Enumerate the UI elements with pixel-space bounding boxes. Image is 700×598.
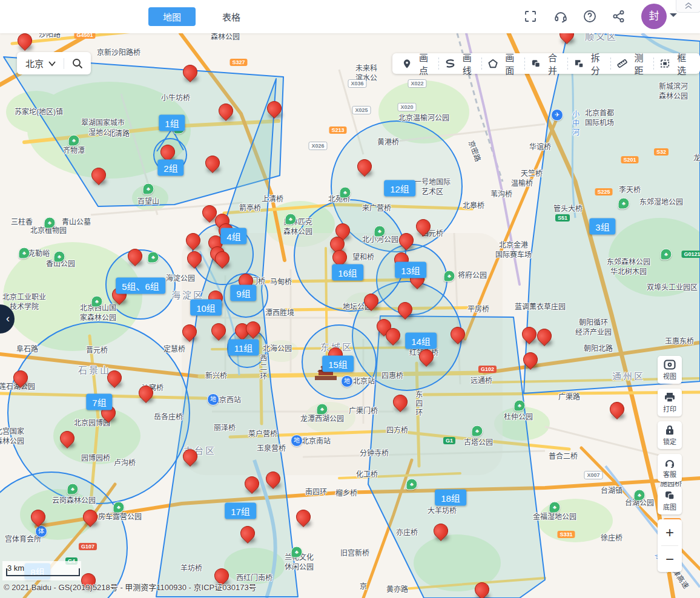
map-place-label: 平房桥 xyxy=(467,305,489,315)
draw-line-label: 画线 xyxy=(458,51,476,76)
support-button[interactable]: 客服 xyxy=(658,454,682,482)
map-place-label: 龙 xyxy=(693,154,700,163)
basemap-button[interactable]: 底图 xyxy=(658,487,682,514)
park-poi-icon: ♣ xyxy=(143,183,154,195)
park-poi-icon: ♣ xyxy=(514,400,526,412)
group-label-chip[interactable]: 16组 xyxy=(332,264,363,281)
map-place-label: 京新沙阳路桥 xyxy=(97,48,140,58)
zoom-in-button[interactable]: + xyxy=(658,519,682,545)
city-selector[interactable]: 北京 xyxy=(17,52,91,74)
group-label-chip[interactable]: 13组 xyxy=(395,262,426,278)
chevron-down-icon[interactable] xyxy=(48,61,56,67)
share-button[interactable] xyxy=(610,8,627,25)
map-place-label: 新兴桥 xyxy=(205,372,227,381)
map-place-label: 阜石路 xyxy=(16,345,38,355)
draw-point-button[interactable]: 画点 xyxy=(396,57,438,70)
split-button[interactable]: 拆分 xyxy=(568,57,610,70)
group-label-chip[interactable]: 1组 xyxy=(159,115,185,131)
split-icon xyxy=(574,59,584,68)
group-label-chip[interactable]: 2组 xyxy=(157,160,183,176)
group-label-chip[interactable]: 12组 xyxy=(384,180,415,197)
box-select-icon xyxy=(660,59,670,68)
tab-table[interactable]: 表格 xyxy=(213,7,249,26)
transit-poi-icon: 体 xyxy=(35,525,47,537)
map-place-label: 克勒峪 xyxy=(28,249,50,259)
map-place-label: 旧宫新桥 xyxy=(340,549,369,559)
collapse-topbar-button[interactable] xyxy=(676,0,700,13)
lock-button[interactable]: 锁定 xyxy=(658,421,682,449)
map-place-label: 徐庄桥 xyxy=(601,534,622,544)
map-place-label: 南四环 xyxy=(305,488,327,498)
scale-bracket xyxy=(6,568,80,576)
group-label-chip[interactable]: 11组 xyxy=(228,340,259,356)
fullscreen-button[interactable] xyxy=(522,8,539,25)
map-place-label: 箭亭桥 xyxy=(239,204,261,214)
group-label-chip[interactable]: 17组 xyxy=(225,503,256,519)
group-label-chip[interactable]: 15组 xyxy=(322,356,354,372)
group-label-chip[interactable]: 7组 xyxy=(86,394,112,410)
zone-circle[interactable] xyxy=(294,200,406,311)
map-place-label: 北京金港 国际赛车场 xyxy=(495,241,532,260)
map-place-label: 广渠门桥 xyxy=(349,407,378,416)
view-button[interactable]: 视图 xyxy=(658,356,682,384)
map-place-label: 黄亦路 xyxy=(386,585,408,595)
map-place-label: 马甸桥 xyxy=(270,278,292,288)
map-place-label: 金福湿地公园 xyxy=(533,513,576,522)
print-button[interactable]: 打印 xyxy=(658,389,682,416)
merge-button[interactable]: 合并 xyxy=(525,57,567,70)
group-label-chip[interactable]: 14组 xyxy=(405,333,437,349)
transit-poi-icon: 地 xyxy=(291,435,303,447)
avatar[interactable]: 封 xyxy=(641,4,667,29)
search-icon[interactable] xyxy=(71,58,84,70)
map-canvas[interactable]: 沙阳路京新沙阳路桥森林公园翠湖国家城市 湿地公园苏家坨(地区)镇小牛坊桥北清路齐… xyxy=(0,33,700,598)
ruler-icon xyxy=(617,59,627,68)
group-label-chip[interactable]: 5组、6组 xyxy=(116,278,165,294)
map-place-label: 东郊森林公园 华北树木园 xyxy=(607,258,650,277)
draw-area-button[interactable]: 画面 xyxy=(482,57,524,70)
measure-button[interactable]: 测距 xyxy=(611,57,654,70)
divider xyxy=(64,58,64,69)
zoom-control: + − xyxy=(658,519,682,572)
road-shield: G4501 xyxy=(74,33,95,39)
road-shield: S225 xyxy=(595,188,612,196)
polyline-icon xyxy=(445,59,455,68)
map-place-label: 龙潭西湖公园 xyxy=(300,415,344,424)
group-label-chip[interactable]: 3组 xyxy=(589,218,615,235)
city-name[interactable]: 北京 xyxy=(25,57,44,70)
park-poi-icon: ♣ xyxy=(285,214,297,225)
avatar-caret-icon[interactable] xyxy=(670,13,677,21)
map-place-label: 温榆桥 xyxy=(511,179,533,189)
map-place-label: 顺义区 xyxy=(585,33,618,43)
scale-bar: 3 km xyxy=(2,561,81,580)
draw-line-button[interactable]: 画线 xyxy=(439,57,482,70)
map-place-label: 玉泉营桥 xyxy=(257,444,286,454)
road-shield: X026 xyxy=(308,142,327,150)
map-place-label: 潭西胜境 xyxy=(265,309,294,318)
map-place-label: 朝阳循环 经济产业园 xyxy=(575,318,612,337)
split-label: 拆分 xyxy=(587,51,604,76)
map-place-label: 玉惠东桥 xyxy=(665,337,694,347)
map-place-label: 普合二桥 xyxy=(549,452,578,462)
map-place-label: 宫体育会所 xyxy=(5,535,41,545)
map-place-label: 北京首都 国际机场 xyxy=(585,109,614,128)
headset-button[interactable] xyxy=(552,8,569,25)
basemap-label: 底图 xyxy=(663,502,676,511)
park-poi-icon: ♣ xyxy=(44,217,56,229)
merge-icon xyxy=(531,59,541,68)
tab-map[interactable]: 地图 xyxy=(148,7,196,26)
group-label-chip[interactable]: 18组 xyxy=(435,490,466,506)
group-label-chip[interactable]: 4组 xyxy=(220,228,246,245)
map-place-label: 天竺桥 xyxy=(521,169,543,179)
map-place-label: 广渠路 xyxy=(558,393,580,402)
map-place-label: 东四环 xyxy=(413,391,423,418)
group-label-chip[interactable]: 10组 xyxy=(190,300,222,316)
park-poi-icon: ♣ xyxy=(317,404,328,415)
road-shield: S331 xyxy=(557,531,575,538)
box-select-button[interactable]: 框选 xyxy=(654,57,696,70)
group-label-chip[interactable]: 9组 xyxy=(230,285,256,301)
map-place-label: 亦庄桥 xyxy=(396,528,418,538)
help-button[interactable] xyxy=(581,8,598,25)
park-poi-icon: ♣ xyxy=(148,252,159,263)
transit-poi-icon: ✈ xyxy=(551,109,563,121)
zoom-out-button[interactable]: − xyxy=(658,546,682,572)
